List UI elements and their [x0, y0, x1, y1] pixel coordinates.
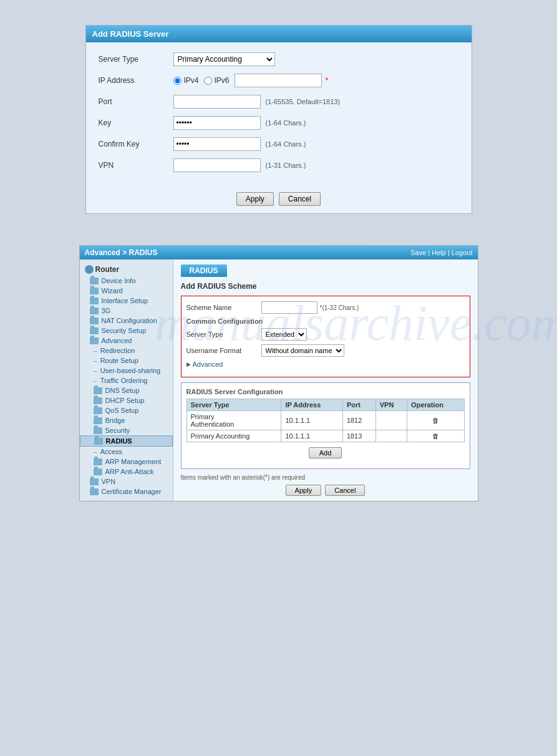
confirm-key-control: (1-64 Chars.) [173, 137, 306, 151]
sidebar-item-route-setup[interactable]: –Route Setup [80, 356, 173, 366]
logout-link[interactable]: Logout [452, 249, 473, 256]
top-section: Add RADIUS Server Server Type Primary Ac… [0, 0, 557, 233]
topbar-links: Save | Help | Logout [410, 249, 472, 256]
row2-vpn [375, 430, 407, 442]
folder-icon [90, 317, 99, 324]
sidebar-item-vpn[interactable]: VPN [80, 477, 173, 487]
username-format-label: Username Format [186, 347, 261, 354]
main-server-type-select[interactable]: Extended Standard [261, 328, 307, 341]
sidebar-router: Router [80, 263, 173, 276]
router-icon [85, 265, 94, 274]
sidebar-item-3g[interactable]: 3G [80, 306, 173, 316]
add-button[interactable]: Add [309, 447, 342, 458]
sidebar-item-dhcp-setup[interactable]: DHCP Setup [80, 395, 173, 405]
key-input[interactable] [173, 116, 261, 130]
ip-address-input[interactable]: 10.1.1.1 [235, 74, 322, 87]
cancel-button[interactable]: Cancel [325, 485, 365, 496]
server-type-label: Server Type [99, 55, 173, 64]
sidebar-item-certificate-manager[interactable]: Certificate Manager [80, 487, 173, 497]
username-format-select[interactable]: Without domain name With domain name [261, 344, 344, 357]
admin-body: Router Device Info Wizard Interface Setu… [80, 259, 478, 501]
col-server-type: Server Type [186, 399, 281, 411]
port-hint: (1-65535. Default=1813) [266, 98, 341, 105]
sidebar-item-arp-anti-attack[interactable]: ARP Anti-Attack [80, 467, 173, 477]
radius-server-config-panel: RADIUS Server Configuration Server Type … [181, 382, 470, 469]
sidebar-item-dns-setup[interactable]: DNS Setup [80, 385, 173, 395]
folder-icon [90, 327, 99, 334]
dash-icon: – [94, 448, 97, 455]
ipv6-radio[interactable] [204, 77, 212, 85]
key-hint: (1-64 Chars.) [266, 119, 306, 127]
scheme-name-row: Scheme Name system *(1-32 Chars.) [186, 301, 465, 314]
bottom-buttons: Apply Cancel [181, 485, 470, 496]
folder-icon [94, 468, 102, 475]
top-apply-button[interactable]: Apply [236, 192, 274, 206]
sidebar-item-qos-setup[interactable]: QoS Setup [80, 405, 173, 415]
confirm-key-hint: (1-64 Chars.) [266, 140, 306, 148]
folder-icon [94, 397, 102, 404]
ipv4-radio[interactable] [173, 77, 182, 85]
sidebar-item-security[interactable]: Security [80, 425, 173, 435]
sidebar-item-traffic-ordering[interactable]: –Traffic Ordering [80, 376, 173, 385]
dash-icon: – [94, 347, 97, 354]
radius-server-config-title: RADIUS Server Configuration [186, 388, 465, 395]
sidebar-item-wizard[interactable]: Wizard [80, 286, 173, 296]
vpn-control: (1-31 Chars.) [173, 158, 306, 172]
server-type-row: Server Type Primary Accounting Primary A… [99, 51, 459, 67]
table-row: Primary Accounting 10.1.1.1 1813 🗑 [186, 430, 464, 442]
advanced-toggle[interactable]: Advanced [186, 361, 465, 368]
ip-required-star: * [326, 76, 329, 85]
row2-server-type: Primary Accounting [186, 430, 281, 442]
scheme-name-input[interactable]: system [261, 301, 317, 314]
save-link[interactable]: Save [410, 249, 426, 256]
top-cancel-button[interactable]: Cancel [279, 192, 321, 206]
folder-icon [90, 478, 99, 485]
sidebar-item-nat[interactable]: NAT Configuration [80, 316, 173, 326]
sidebar-item-security-setup[interactable]: Security Setup [80, 326, 173, 336]
row1-server-type: PrimaryAuthentication [186, 411, 281, 430]
sidebar-item-access[interactable]: –Access [80, 447, 173, 457]
dialog-footer: Apply Cancel [86, 187, 472, 213]
port-input[interactable]: 1813 [173, 95, 261, 109]
row2-port: 1813 [342, 430, 375, 442]
sidebar-item-arp-management[interactable]: ARP Management [80, 457, 173, 467]
folder-icon [90, 298, 99, 304]
sidebar-item-radius[interactable]: RADIUS [80, 435, 173, 447]
port-row: Port 1813 (1-65535. Default=1813) [99, 94, 459, 110]
vpn-row: VPN (1-31 Chars.) [99, 157, 459, 173]
table-row: PrimaryAuthentication 10.1.1.1 1812 🗑 [186, 411, 464, 430]
folder-icon [90, 337, 99, 344]
server-type-control: Primary Accounting Primary Authenticatio… [173, 52, 275, 66]
folder-icon [94, 417, 102, 424]
scheme-name-hint: *(1-32 Chars.) [320, 304, 359, 311]
sidebar-item-bridge[interactable]: Bridge [80, 415, 173, 425]
sidebar-item-device-info[interactable]: Device Info [80, 276, 173, 286]
folder-icon [94, 438, 103, 445]
help-link[interactable]: Help [432, 249, 446, 256]
port-control: 1813 (1-65535. Default=1813) [173, 95, 341, 109]
router-label: Router [95, 265, 120, 274]
confirm-key-row: Confirm Key (1-64 Chars.) [99, 136, 459, 152]
sidebar-item-advanced[interactable]: Advanced [80, 336, 173, 346]
row1-operation[interactable]: 🗑 [407, 411, 464, 430]
col-operation: Operation [407, 399, 464, 411]
row2-operation[interactable]: 🗑 [407, 430, 464, 442]
username-format-row: Username Format Without domain name With… [186, 344, 465, 357]
bottom-section: manualsarchive.com Advanced > RADIUS Sav… [0, 233, 557, 520]
folder-icon [90, 288, 99, 294]
vpn-input[interactable] [173, 158, 261, 172]
row2-ip: 10.1.1.1 [281, 430, 342, 442]
port-label: Port [99, 97, 173, 106]
sidebar-item-redirection[interactable]: –Redirection [80, 346, 173, 356]
key-row: Key (1-64 Chars.) [99, 115, 459, 131]
server-type-select[interactable]: Primary Accounting Primary Authenticatio… [173, 52, 275, 66]
sidebar-item-user-based-sharing[interactable]: –User-based-sharing [80, 366, 173, 376]
common-config-label: Common Configuration [186, 317, 465, 325]
server-table: Server Type IP Address Port VPN Operatio… [186, 399, 465, 442]
confirm-key-input[interactable] [173, 137, 261, 151]
folder-icon [94, 458, 102, 465]
apply-button[interactable]: Apply [286, 485, 322, 496]
radius-tab[interactable]: RADIUS [181, 264, 227, 277]
sidebar-item-interface-setup[interactable]: Interface Setup [80, 296, 173, 306]
folder-icon [90, 488, 99, 495]
